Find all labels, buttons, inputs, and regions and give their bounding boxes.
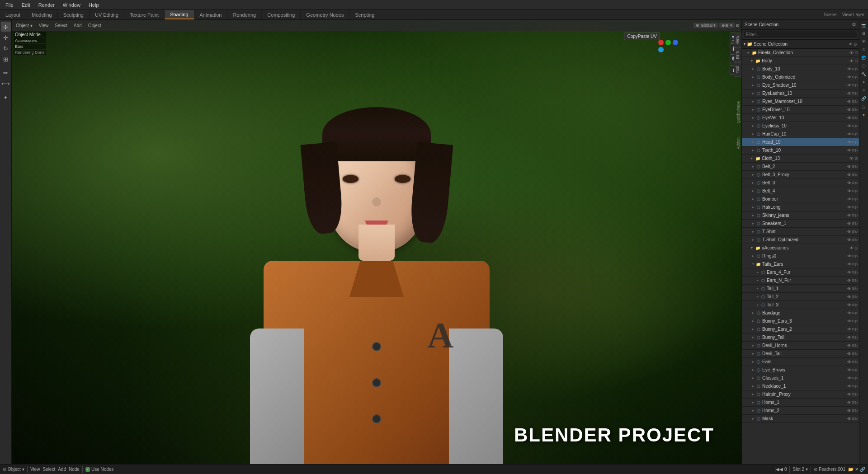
- ctrl-Tail_2[interactable]: ⊙: [852, 295, 855, 299]
- eye-Ears[interactable]: 👁: [847, 360, 852, 364]
- ctrl-Rings0[interactable]: ⊙: [852, 254, 855, 258]
- cloth13-render[interactable]: ⊙: [854, 156, 858, 161]
- render-Belt_3[interactable]: ▷: [855, 181, 858, 185]
- ctrl-T-Shirt[interactable]: ⊙: [852, 230, 855, 234]
- eye-Body_Optimized[interactable]: 👁: [847, 75, 852, 80]
- render-Necklace_1[interactable]: ▷: [855, 384, 858, 388]
- tree-item-tails-ears[interactable]: ▾ 📁 Tails_Ears 👁 ⊙ ▷: [742, 260, 859, 268]
- prop-data[interactable]: △: [860, 103, 868, 110]
- n-tab-view[interactable]: View: [734, 33, 741, 47]
- color-dot-green[interactable]: [665, 40, 671, 45]
- prop-world[interactable]: 🌐: [860, 54, 868, 61]
- tree-item-necklace-1[interactable]: ▸ ⬡ Necklace_1 👁 ⊙ ▷: [742, 382, 859, 390]
- ctrl-Eye_Shadow_10[interactable]: ⊙: [852, 83, 855, 87]
- menu-edit[interactable]: Edit: [18, 1, 34, 9]
- eye-HairLong[interactable]: 👁: [847, 205, 852, 210]
- prop-view[interactable]: 👁: [860, 38, 868, 45]
- eye-EyeVet_10[interactable]: 👁: [847, 116, 852, 120]
- tree-item-tail-3[interactable]: ▸ ⬡ Tail_3 👁 ⊙ ▷: [742, 301, 859, 309]
- ctrl-Bunny_Tail[interactable]: ⊙: [852, 335, 855, 339]
- ctrl-Tail_3[interactable]: ⊙: [852, 303, 855, 307]
- menu-help[interactable]: Help: [85, 1, 103, 9]
- eye-Ears_4_Fur[interactable]: 👁: [847, 270, 852, 275]
- render-EyeVet_10[interactable]: ▷: [855, 116, 858, 120]
- eye-Devil_Tail[interactable]: 👁: [847, 352, 852, 356]
- color-dot-red[interactable]: [658, 40, 664, 45]
- tab-sculpting[interactable]: Sculpting: [58, 10, 90, 19]
- eye-Bandage[interactable]: 👁: [847, 311, 852, 315]
- render-Eyes_Marmoset_10[interactable]: ▷: [855, 99, 858, 103]
- render-Teeth_10[interactable]: ▷: [855, 148, 858, 152]
- tree-item-belt-3[interactable]: ▸ ⬡ Belt_3 👁 ⊙ ▷: [742, 179, 859, 187]
- status-node[interactable]: Node: [69, 467, 80, 472]
- render-Tail_2[interactable]: ▷: [855, 295, 858, 299]
- tool-scale[interactable]: ⊞: [1, 54, 11, 64]
- ctrl-Teeth_10[interactable]: ⊙: [852, 148, 855, 152]
- eye-Tail_1[interactable]: 👁: [847, 286, 852, 291]
- ctrl-Belt_2[interactable]: ⊙: [852, 164, 855, 169]
- tree-item-teeth-10[interactable]: ▸ ⬡ Teeth_10 👁 ⊙ ▷: [742, 146, 859, 155]
- render-Body_10[interactable]: ▷: [855, 67, 858, 71]
- tree-item-eye-brows[interactable]: ▸ ⬡ Eye_Brows 👁 ⊙ ▷: [742, 366, 859, 374]
- tree-item-belt-3-proxy[interactable]: ▸ ⬡ Belt_3_Proxy 👁 ⊙ ▷: [742, 171, 859, 179]
- ctrl-Bunny_Ears_2[interactable]: ⊙: [852, 327, 855, 331]
- eye-Mask[interactable]: 👁: [847, 417, 852, 421]
- tool-select[interactable]: ⊹: [1, 22, 11, 32]
- eye-Eyes_Marmoset_10[interactable]: 👁: [847, 99, 852, 104]
- tab-shading[interactable]: Shading: [165, 10, 194, 19]
- eye-Body_10[interactable]: 👁: [847, 67, 852, 71]
- ctrl-Bunny_Ears_3[interactable]: ⊙: [852, 319, 855, 323]
- eye-Tail_2[interactable]: 👁: [847, 295, 852, 299]
- ctrl-Skinny_jeans[interactable]: ⊙: [852, 213, 855, 217]
- eye-Horns_2[interactable]: 👁: [847, 408, 852, 413]
- render-Devil_Tail[interactable]: ▷: [855, 352, 858, 356]
- ctrl-T-Shirt_Optimized[interactable]: ⊙: [852, 238, 855, 242]
- prop-material[interactable]: ●: [860, 111, 868, 118]
- tool-move[interactable]: ✛: [1, 33, 11, 42]
- prop-scene[interactable]: ⊙: [860, 46, 868, 53]
- render-EyeLashes_10[interactable]: ▷: [855, 91, 858, 95]
- eye-Belt_3[interactable]: 👁: [847, 181, 852, 185]
- tab-geometry-nodes[interactable]: Geometry Nodes: [301, 10, 349, 19]
- prop-modifiers[interactable]: 🔧: [860, 70, 868, 78]
- accessories-eye[interactable]: 👁: [849, 246, 854, 250]
- ctrl-Bomber[interactable]: ⊙: [852, 197, 855, 201]
- tool-measure[interactable]: ⟷: [1, 79, 11, 89]
- tree-item-glasses-1[interactable]: ▸ ⬡ Glasses_1 👁 ⊙ ▷: [742, 374, 859, 382]
- tree-item-body-collection[interactable]: ▾ 📁 Body 👁 ⊙: [742, 57, 859, 65]
- n-tab-item[interactable]: Item: [734, 48, 741, 62]
- render-Mask[interactable]: ▷: [855, 417, 858, 421]
- finela-eye[interactable]: 👁: [849, 51, 854, 55]
- status-mode[interactable]: ⊙ Object ▾: [3, 467, 24, 472]
- tab-layout[interactable]: Layout: [0, 10, 26, 19]
- status-material[interactable]: ⊙ Feathers.001: [814, 467, 845, 472]
- vp-menu-view[interactable]: View: [37, 23, 51, 28]
- prop-output[interactable]: 🖥: [860, 30, 868, 37]
- tree-item-hairpin-proxy[interactable]: ▸ ⬡ Hairpin_Proxy 👁 ⊙ ▷: [742, 390, 859, 399]
- eye-Eye_Brows[interactable]: 👁: [847, 368, 852, 372]
- ctrl-Sneakers_1[interactable]: ⊙: [852, 221, 855, 225]
- render-Horns_2[interactable]: ▷: [855, 408, 858, 413]
- ctrl-Ears_4_Fur[interactable]: ⊙: [852, 270, 855, 274]
- eye-Bunny_Tail[interactable]: 👁: [847, 335, 852, 340]
- prop-render[interactable]: 📷: [860, 22, 868, 29]
- prop-object[interactable]: ⬡: [860, 62, 868, 70]
- ctrl-EyeDriver_10[interactable]: ⊙: [852, 108, 855, 112]
- eye-Bunny_Ears_2[interactable]: 👁: [847, 327, 852, 332]
- eye-T-Shirt_Optimized[interactable]: 👁: [847, 238, 852, 242]
- ctrl-Glasses_1[interactable]: ⊙: [852, 376, 855, 380]
- eye-Skinny_jeans[interactable]: 👁: [847, 213, 852, 218]
- viewport-overlay-btn[interactable]: ⊕⊕ ▾: [719, 23, 735, 28]
- tab-compositing[interactable]: Compositing: [262, 10, 301, 19]
- ctrl-Tail_1[interactable]: ⊙: [852, 286, 855, 291]
- tree-item-eyelashes-10[interactable]: ▸ ⬡ EyeLashes_10 👁 ⊙ ▷: [742, 89, 859, 98]
- ctrl-EyeLashes_10[interactable]: ⊙: [852, 91, 855, 95]
- tree-item-bomber[interactable]: ▸ ⬡ Bomber 👁 ⊙ ▷: [742, 195, 859, 203]
- render-Body_Optimized[interactable]: ▷: [855, 75, 858, 79]
- material-browse-btn[interactable]: 📂: [848, 467, 854, 472]
- ctrl-Horns_2[interactable]: ⊙: [852, 408, 855, 413]
- status-slot[interactable]: Slot 2 ▾: [793, 467, 808, 472]
- eye-Devil_Horns[interactable]: 👁: [847, 343, 852, 348]
- tree-item-devil-tail[interactable]: ▸ ⬡ Devil_Tail 👁 ⊙ ▷: [742, 350, 859, 358]
- collection-root-item[interactable]: ▾ 📁 Scene Collection 👁 ⊙: [742, 40, 859, 49]
